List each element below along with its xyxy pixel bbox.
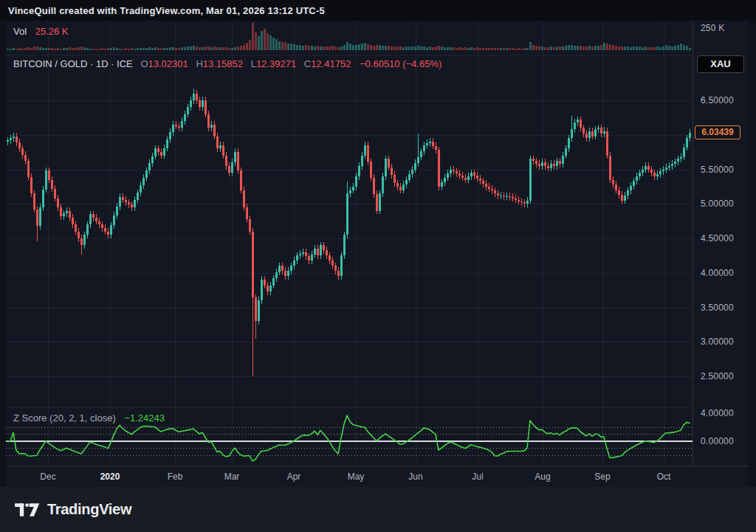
volume-bar [423,46,425,50]
time-scale[interactable]: Dec2020FebMarAprMayJunJulAugSepOct [6,466,749,487]
candle-body [190,100,192,107]
volume-bar [80,46,83,50]
zscore-legend-value: −1.24243 [124,412,165,424]
candle-body [450,170,452,174]
volume-bar [656,46,659,50]
candle-body [128,202,130,204]
time-axis-label: Jul [472,471,483,482]
candle-body [222,145,224,156]
volume-bar [160,48,162,50]
volume-bar [411,46,413,51]
candle-body [89,214,92,224]
candle-body [603,131,605,134]
candle-body [184,114,186,121]
volume-bar [231,48,233,50]
candle-body [157,148,159,152]
volume-bar [219,47,221,50]
tradingview-logo[interactable]: TradingView [15,500,131,519]
candle-body [308,256,310,260]
volume-bar [314,46,316,50]
candle-body [550,164,552,168]
volume-bar [246,43,248,50]
candle-body [429,142,431,143]
candle-body [583,128,585,133]
volume-bar [435,46,437,51]
price-scale[interactable]: XAU 6.03439 250 K6.500005.500005.000004.… [693,21,749,466]
candle-body [609,156,611,180]
candle-body [538,164,540,166]
volume-bar [612,45,614,50]
candle-body [42,190,44,207]
volume-bar [264,29,266,50]
volume-bar [175,48,177,51]
candle-body [402,184,405,190]
volume-bar [497,48,499,51]
candle-body [284,271,286,276]
candle-body [396,183,399,187]
volume-bar [184,47,186,51]
candle-body [199,100,201,107]
volume-bar [113,47,115,50]
candle-body [119,197,121,207]
currency-badge[interactable]: XAU [697,55,744,73]
volume-bar [526,48,529,50]
volume-bar [432,47,434,51]
pane-separator-volume[interactable] [6,55,749,55]
candle-body [69,211,71,218]
candle-body [382,176,384,193]
volume-bar [520,49,523,51]
volume-bar [370,45,372,50]
volume-bar [299,45,301,50]
volume-legend[interactable]: Vol 25.26 K [13,26,69,37]
candle-body [225,156,227,166]
volume-bar [529,42,532,50]
volume-bar [51,48,53,50]
volume-bar [48,48,50,50]
volume-bar [352,45,354,50]
chart-canvas[interactable] [6,21,693,466]
price-tick-label: 4.50000 [701,233,734,243]
candle-body [432,142,434,146]
candle-body [151,156,154,163]
candle-body [544,162,546,166]
volume-bar [199,47,201,50]
pane-separator-zscore[interactable] [6,407,749,408]
volume-legend-value: 25.26 K [35,26,69,37]
volume-bar [145,48,148,50]
candle-body [249,219,251,232]
volume-bar [33,46,35,50]
volume-bar [624,46,626,50]
candle-body [461,176,464,178]
volume-bar [535,46,537,50]
volume-bar [574,46,576,51]
price-tick-label: 3.50000 [701,303,734,313]
volume-bar [137,48,139,50]
candle-body [482,181,484,184]
volume-bar [650,47,653,50]
candle-body [512,197,514,198]
chart-widget: Vol 25.26 K BITCOIN / GOLD · 1D · ICE O1… [6,21,749,487]
volume-bar [444,47,446,51]
candle-body [523,202,526,204]
volume-bar [258,36,260,50]
symbol-legend[interactable]: BITCOIN / GOLD · 1D · ICE O13.02301 H13.… [13,58,441,69]
candle-body [125,200,127,203]
candle-body [612,180,614,185]
volume-bar [296,45,298,51]
candle-body [75,224,77,231]
candle-body [399,187,402,190]
zscore-legend[interactable]: Z Score (20, 2, 1, close) −1.24243 [13,412,165,424]
volume-bar [627,46,629,50]
candle-body [101,224,103,228]
volume-bar [172,47,174,50]
candle-body [476,176,478,179]
candle-body [535,161,537,164]
volume-bar [373,46,375,51]
candle-body [264,280,266,285]
volume-bar [148,47,151,50]
candle-body [559,161,561,164]
volume-bar [518,48,520,50]
volume-legend-label: Vol [13,26,27,37]
tradingview-snapshot: VinceQuill created with TradingView.com,… [0,0,756,532]
volume-bar [202,47,204,50]
